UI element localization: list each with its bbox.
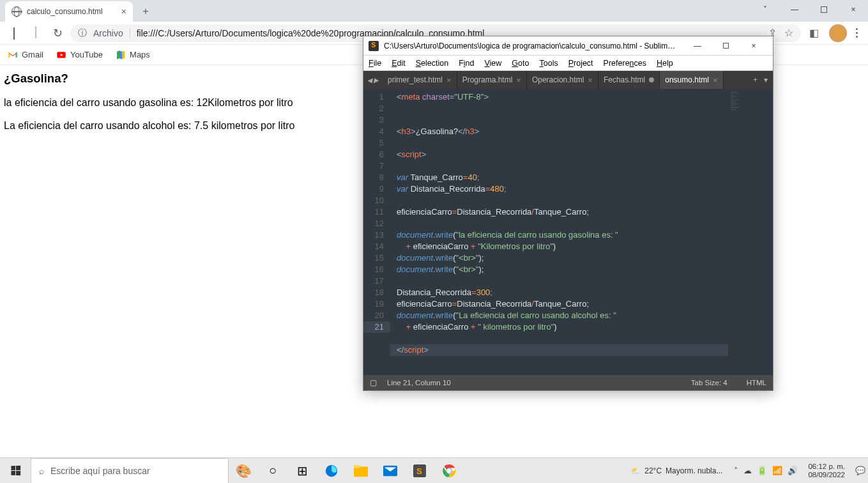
app-edge-icon[interactable] — [317, 458, 346, 484]
syntax-mode[interactable]: HTML — [747, 379, 766, 387]
bookmark-youtube[interactable]: YouTube — [56, 50, 103, 60]
close-icon[interactable]: × — [446, 75, 452, 85]
menu-project[interactable]: Project — [568, 59, 593, 68]
window-title: C:\Users\Arturo\Documents\logica de prog… — [384, 42, 678, 50]
forward-button[interactable] — [27, 24, 45, 42]
editor-tab[interactable]: primer_test.html× — [383, 71, 457, 89]
sublime-statusbar: ▢ Line 21, Column 10 Tab Size: 4 HTML — [363, 375, 773, 390]
menu-file[interactable]: File — [369, 59, 381, 68]
chevron-down-icon[interactable]: ˅ — [750, 0, 780, 19]
maps-icon — [116, 50, 126, 60]
sublime-titlebar[interactable]: C:\Users\Arturo\Documents\logica de prog… — [363, 36, 773, 56]
editor-tab-active[interactable]: onsumo.html× — [660, 71, 723, 89]
divider — [130, 28, 130, 38]
app-chrome-icon[interactable] — [434, 458, 464, 484]
app-copilot-icon[interactable]: 🎨 — [229, 458, 258, 484]
profile-avatar[interactable] — [829, 24, 847, 42]
side-panel-button[interactable]: ◧ — [805, 24, 823, 42]
maximize-button[interactable] — [712, 37, 740, 55]
taskbar-apps: 🎨 ○ ⊞ S — [229, 458, 464, 483]
search-icon: ⌕ — [39, 466, 44, 476]
svg-rect-3 — [354, 464, 360, 468]
tab-title: calculo_consumo.html — [27, 7, 103, 16]
menu-preferences[interactable]: Preferences — [604, 59, 646, 68]
panel-icon[interactable]: ▢ — [370, 378, 377, 387]
menu-goto[interactable]: Goto — [512, 59, 529, 68]
gmail-icon — [8, 50, 18, 60]
editor-tab[interactable]: Operacion.html× — [527, 71, 598, 89]
reload-button[interactable] — [49, 24, 66, 42]
sublime-editor[interactable]: 12345678910111213 141516171819 2021 <met… — [363, 89, 773, 375]
volume-icon[interactable]: 🔊 — [788, 466, 798, 475]
notifications-icon[interactable]: 💬 — [855, 466, 865, 475]
minimap[interactable]: ▬▬▬▬▬▬▬▬▬▬▬▬▬▬▬▬▬▬▬▬▬▬▬▬▬▬▬▬▬▬▬▬▬▬▬▬▬▬▬▬… — [728, 89, 773, 375]
menu-view[interactable]: View — [484, 59, 501, 68]
windows-taskbar: ⌕ Escribe aquí para buscar 🎨 ○ ⊞ S ⛅ 22°… — [0, 457, 868, 483]
menu-selection[interactable]: Selection — [416, 59, 448, 68]
close-icon[interactable]: × — [588, 75, 593, 85]
svg-text:S: S — [416, 466, 422, 476]
battery-icon[interactable]: 🔋 — [757, 466, 767, 475]
globe-icon — [11, 6, 22, 17]
search-placeholder: Escribe aquí para buscar — [50, 466, 150, 476]
new-tab-button[interactable]: + — [137, 3, 155, 20]
menu-help[interactable]: Help — [657, 59, 673, 68]
taskbar-search[interactable]: ⌕ Escribe aquí para buscar — [31, 458, 229, 484]
browser-tab[interactable]: calculo_consumo.html × — [5, 1, 133, 22]
tab-menu-icon[interactable]: ▾ — [764, 75, 768, 84]
app-taskview-icon[interactable]: ⊞ — [287, 458, 317, 484]
editor-tab[interactable]: Fechas.html — [598, 71, 660, 89]
menu-tools[interactable]: Tools — [539, 59, 558, 68]
info-icon: ⓘ — [78, 27, 87, 39]
weather-widget[interactable]: ⛅ 22°C Mayorm. nubla... — [625, 466, 729, 475]
maximize-button[interactable] — [809, 0, 839, 19]
clock[interactable]: 06:12 p. m. 08/09/2022 — [803, 463, 850, 479]
editor-tab[interactable]: Programa.html× — [457, 71, 527, 89]
windows-icon — [11, 466, 20, 476]
app-explorer-icon[interactable] — [346, 458, 376, 484]
cursor-position: Line 21, Column 10 — [387, 379, 451, 387]
app-cortana-icon[interactable]: ○ — [258, 458, 287, 484]
code-area[interactable]: <meta charset="UTF-8"> <h3>¿Gasolina?</h… — [390, 89, 728, 375]
close-icon[interactable]: × — [516, 75, 521, 85]
close-button[interactable]: × — [839, 0, 868, 19]
tab-next-icon[interactable]: ▶ — [374, 77, 379, 84]
menu-find[interactable]: Find — [459, 59, 474, 68]
menu-edit[interactable]: Edit — [392, 59, 406, 68]
close-button[interactable]: × — [740, 37, 768, 55]
wifi-icon[interactable]: 📶 — [772, 466, 782, 475]
system-tray: ⛅ 22°C Mayorm. nubla... ˄ ☁ 🔋 📶 🔊 06:12 … — [625, 458, 868, 483]
close-icon[interactable]: × — [121, 6, 126, 17]
back-button[interactable] — [5, 24, 23, 42]
tab-size[interactable]: Tab Size: 4 — [691, 379, 727, 387]
chevron-up-icon[interactable]: ˄ — [734, 466, 738, 475]
bookmark-gmail[interactable]: Gmail — [8, 50, 43, 60]
youtube-icon — [56, 50, 66, 60]
sublime-window: C:\Users\Arturo\Documents\logica de prog… — [363, 36, 773, 391]
protocol-label: Archivo — [93, 28, 123, 38]
sublime-tabbar: ◀▶ primer_test.html× Programa.html× Oper… — [363, 71, 773, 89]
svg-point-8 — [446, 468, 451, 473]
tab-prev-icon[interactable]: ◀ — [367, 77, 372, 84]
dirty-icon — [649, 77, 654, 82]
start-button[interactable] — [0, 458, 31, 484]
bookmark-maps[interactable]: Maps — [116, 50, 150, 60]
onedrive-icon[interactable]: ☁ — [743, 466, 752, 475]
minimize-button[interactable]: — — [683, 37, 712, 55]
new-tab-button[interactable]: + — [753, 75, 758, 84]
app-sublime-icon[interactable]: S — [405, 458, 434, 484]
star-icon[interactable]: ☆ — [784, 27, 793, 39]
sublime-menubar: File Edit Selection Find View Goto Tools… — [363, 56, 773, 71]
app-mail-icon[interactable] — [376, 458, 405, 484]
sublime-logo-icon — [369, 41, 379, 51]
menu-button[interactable] — [851, 23, 863, 43]
weather-icon: ⛅ — [631, 466, 641, 475]
close-icon[interactable]: × — [713, 75, 718, 85]
window-controls: ˅ — × — [750, 0, 868, 19]
svg-rect-2 — [354, 466, 368, 477]
minimize-button[interactable]: — — [780, 0, 809, 19]
browser-tabstrip: calculo_consumo.html × + ˅ — × — [0, 0, 868, 22]
line-gutter: 12345678910111213 141516171819 2021 — [363, 89, 390, 375]
